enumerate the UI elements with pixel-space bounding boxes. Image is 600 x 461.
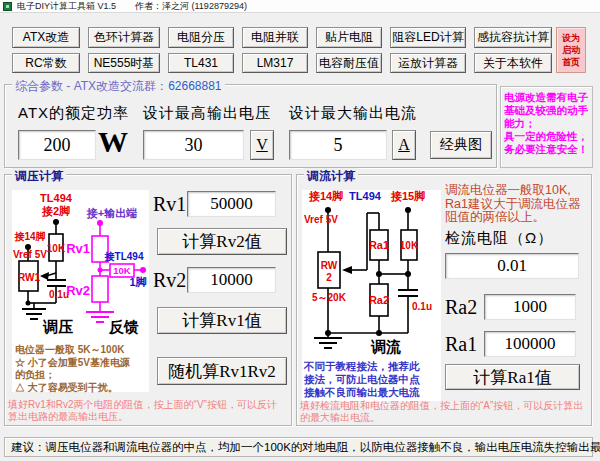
current-label: 设计最大输出电流 <box>289 104 417 123</box>
set-homepage-line: 首页 <box>562 56 580 68</box>
label-pin14: 接14脚 <box>308 190 343 202</box>
current-input[interactable]: 5 <box>289 130 387 160</box>
calc-rv1-button[interactable]: 计算Rv1值 <box>157 307 287 334</box>
warning-line: 电源改造需有电子 <box>504 91 589 104</box>
tab-opamp-calc[interactable]: 运放计算器 <box>390 53 466 73</box>
classic-diagram-button[interactable]: 经典图 <box>430 131 492 159</box>
note-line: 电位器一般取 5K～100K <box>15 344 130 357</box>
note-line: 接法，可防止电位器中点 <box>304 373 420 386</box>
warning-line: 务必要注意安全！ <box>504 143 589 156</box>
current-hint-text: 填好检流电阻和电位器的阻值，按上面的“A”按钮，可以反计算出 的最大输出电流。 <box>300 400 583 424</box>
label-10k-resistor: 10K <box>47 243 66 254</box>
label-pin2: 接2脚 <box>41 205 70 217</box>
tab-smd-resistor[interactable]: 贴片电阻 <box>316 27 382 48</box>
rv2-input[interactable]: 10000 <box>187 267 276 293</box>
tab-rc-led-calc[interactable]: 阻容LED计算 <box>390 27 466 48</box>
label-rw2-num: 2 <box>326 272 332 283</box>
ra2-input[interactable]: 1000 <box>484 294 576 320</box>
label-pin1: 1脚 <box>129 276 146 288</box>
note-line: 接触不良而输出最大电流 <box>304 386 420 399</box>
tab-resistor-parallel[interactable]: 电阻并联 <box>242 27 308 48</box>
safety-warning-box: 电源改造需有电子 基础及较强的动手 能力； 具一定的危险性， 务必要注意安全！ <box>500 86 593 168</box>
power-label: ATX的额定功率 <box>18 104 129 123</box>
label-10k: 10K <box>400 240 419 251</box>
tab-lm317[interactable]: LM317 <box>242 53 308 73</box>
pot-range-note: 电位器一般取 5K～100K ☆ 小了会加重5V基准电源 的负担； △ 大了容易… <box>15 344 130 394</box>
node-dot <box>53 219 59 225</box>
current-pot-tip: 调流电位器一般取10K, Ra1建议大于调流电位器 阻值的两倍以上。 <box>445 184 580 225</box>
set-homepage-button[interactable]: 设为 启动 首页 <box>556 27 586 73</box>
sense-resistor-input[interactable]: 0.01 <box>445 253 579 279</box>
note-line: 的负担； <box>15 369 130 382</box>
node-dot <box>405 271 411 277</box>
label-cap-01u: 0.1u <box>412 301 432 312</box>
voltage-input[interactable]: 30 <box>143 130 244 160</box>
power-input[interactable]: 200 <box>18 130 96 160</box>
tab-ne555[interactable]: NE555时基 <box>88 53 160 73</box>
tip-line: 阻值的两倍以上。 <box>445 211 580 225</box>
qq-group-number: 62668881 <box>168 79 221 93</box>
label-voltage-adjust: 调压 <box>42 318 73 335</box>
title-bar: 电子DIY计算工具箱 V1.5 作者：泽之河 (1192879294) <box>0 0 600 13</box>
label-10k-feedback: 10K <box>113 265 131 276</box>
note-line: △ 大了容易受到干扰。 <box>15 382 130 395</box>
node-dot <box>97 220 103 226</box>
label-tl494: TL494 <box>349 190 382 202</box>
label-rw2-pot: RW <box>321 260 338 271</box>
hint-line: 填好Rv1和Rv2两个电阻的阻值，按上面的“V”按钮，可以反计 <box>8 399 277 411</box>
rv1-label: Rv1 <box>153 193 186 216</box>
voltage-panel-label: 调压计算 <box>12 168 66 185</box>
tab-color-ring-calc[interactable]: 色环计算器 <box>88 27 160 48</box>
tip-line: Ra1建议大于调流电位器 <box>445 198 580 212</box>
calc-voltage-button[interactable]: V <box>250 130 274 160</box>
label-pot-range: 5～20K <box>312 292 347 303</box>
label-rv2: Rv2 <box>66 283 90 298</box>
tab-cap-voltage[interactable]: 电容耐压值 <box>316 53 382 73</box>
hint-line: 填好检流电阻和电位器的阻值，按上面的“A”按钮，可以反计算出 <box>300 400 583 412</box>
node-dot <box>140 267 146 273</box>
sense-resistor-label: 检流电阻（Ω） <box>445 229 553 248</box>
node-dot <box>26 301 31 306</box>
node-dot <box>405 207 411 213</box>
app-window: 电子DIY计算工具箱 V1.5 作者：泽之河 (1192879294) ATX改… <box>0 0 600 461</box>
tab-tl431[interactable]: TL431 <box>168 53 234 73</box>
calc-current-button[interactable]: A <box>392 130 416 160</box>
node-dot <box>98 268 103 273</box>
set-homepage-line: 设为 <box>562 32 580 44</box>
hint-line: 算出电路的最高输出电压。 <box>8 411 277 423</box>
ra2-label: Ra2 <box>445 296 477 319</box>
calc-rv2-button[interactable]: 计算Rv2值 <box>157 228 287 255</box>
note-line: ☆ 小了会加重5V基准电源 <box>15 357 130 370</box>
tab-resistor-divider[interactable]: 电阻分压 <box>168 27 234 48</box>
suggestion-text: 建议：调压电位器和调流电位器的中点，均加一个100K的对地电阻，以防电位器接触不… <box>11 440 600 455</box>
label-vref: Vref 5V <box>304 214 338 225</box>
random-rv1rv2-button[interactable]: 随机算Rv1Rv2 <box>157 357 287 385</box>
params-group-label: 综合参数 - ATX改造交流群：62668881 <box>12 78 225 95</box>
rv1-input[interactable]: 50000 <box>187 191 276 217</box>
voltage-circuit-diagram: TL494 接2脚 接+输出端 接14脚 Vref 5V 10K RW1 0.1… <box>12 190 149 342</box>
set-homepage-line: 启动 <box>562 44 580 56</box>
label-current-adjust: 调流 <box>370 338 401 355</box>
calc-ra1-button[interactable]: 计算Ra1值 <box>445 364 580 390</box>
rw2-wiper-arrow <box>342 266 352 274</box>
window-title: 电子DIY计算工具箱 V1.5 <box>17 0 116 13</box>
wiring-note: 不同于教程接法，推荐此 接法，可防止电位器中点 接触不良而输出最大电流 <box>304 360 420 399</box>
tab-rc-constant[interactable]: RC常数 <box>12 53 80 73</box>
app-icon <box>3 2 12 11</box>
tab-reactance-calc[interactable]: 感抗容抗计算 <box>474 27 552 48</box>
label-feedback: 反馈 <box>108 318 139 335</box>
label-output-plus: 接+输出端 <box>86 207 137 219</box>
current-panel-label: 调流计算 <box>304 168 358 185</box>
warning-line: 具一定的危险性， <box>504 130 589 143</box>
tab-atx-mod[interactable]: ATX改造 <box>12 27 80 48</box>
label-ra2: Ra2 <box>369 294 389 306</box>
label-rv1: Rv1 <box>66 241 90 256</box>
tab-about[interactable]: 关于本软件 <box>474 53 552 73</box>
label-pin14: 接14脚 <box>13 231 45 242</box>
note-line: 不同于教程接法，推荐此 <box>304 360 420 373</box>
ra1-input[interactable]: 100000 <box>484 331 576 357</box>
tip-line: 调流电位器一般取10K, <box>445 184 580 198</box>
node-dot <box>376 330 382 336</box>
warning-line: 基础及较强的动手 <box>504 104 589 117</box>
label-tl494: TL494 <box>40 192 73 204</box>
